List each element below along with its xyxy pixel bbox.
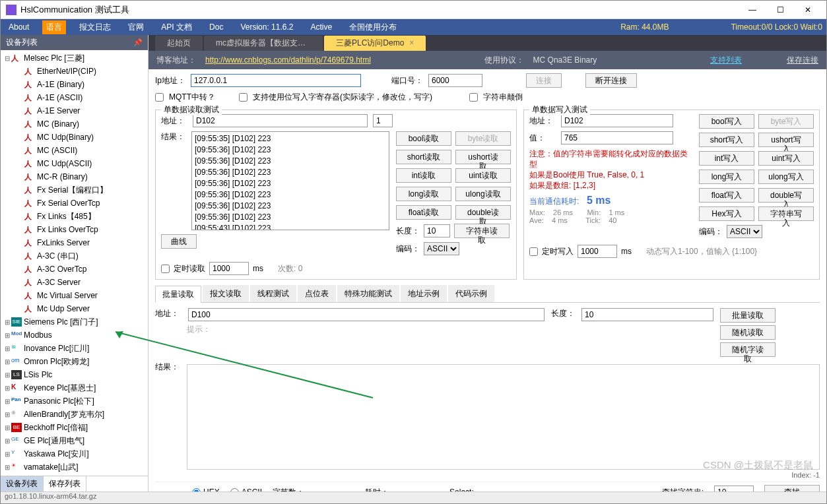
writebtn-7[interactable]: ulong写入 [758,170,814,184]
tree-child[interactable]: 人A-3C (串口) [1,249,148,263]
write-encoding-select[interactable]: ASCII [727,225,762,238]
tree-vendor[interactable]: ⊞LSLSis Plc [1,368,148,381]
tree-vendor[interactable]: ⊞KKeyence Plc[基恩士] [1,381,148,394]
readbtn-6[interactable]: long读取 [396,187,451,201]
strread-button[interactable]: 字符串读取 [454,224,510,238]
tab-mitsubishi[interactable]: 三菱PLC访问Demo× [324,36,426,51]
tree-child[interactable]: 人MC (Binary) [1,117,148,131]
tree-vendor[interactable]: ⊞SIESiemens Plc [西门子] [1,315,148,329]
support-link[interactable]: 支持列表 [710,55,742,66]
menu-doc[interactable]: Doc [205,21,227,33]
device-tree[interactable]: ⊟人Melsec Plc [三菱]人EtherNet/IP(CIP)人A-1E … [1,50,148,476]
tree-child[interactable]: 人MC-R (Binary) [1,170,148,183]
read-result-log[interactable]: [09:55:35] [D102] 223[09:55:36] [D102] 2… [191,131,389,230]
readbtn-3[interactable]: ushort读取 [455,150,511,164]
tree-child[interactable]: 人Fx Serial OverTcp [1,197,148,210]
tree-child[interactable]: 人FxLinks Server [1,236,148,249]
mqtt-checkbox[interactable] [155,93,164,102]
batch-len-input[interactable] [581,308,713,321]
tree-child[interactable]: 人Fx Links OverTcp [1,223,148,236]
tree-child[interactable]: 人A-3C Server [1,276,148,289]
menu-distribution[interactable]: 全国使用分布 [345,20,401,34]
batch-result-area[interactable] [187,364,820,470]
subtab-1[interactable]: 报文读取 [203,285,249,302]
tree-root[interactable]: ⊟人Melsec Plc [三菱] [1,51,148,65]
tree-vendor[interactable]: ⊞omOmron Plc[欧姆龙] [1,355,148,368]
maximize-button[interactable]: ☐ [767,2,793,18]
menu-language[interactable]: 语言 [42,20,66,34]
readbtn-0[interactable]: bool读取 [396,131,451,146]
menu-site[interactable]: 官网 [124,20,148,34]
menu-about[interactable]: About [5,21,33,33]
tab-mcvirtual[interactable]: mc虚拟服务器【数据支持, ...× [204,36,323,51]
menu-version[interactable]: Version: 11.6.2 [236,21,297,33]
writebtn-9[interactable]: double写入 [758,188,814,203]
write-val-input[interactable] [561,131,673,144]
readbtn-8[interactable]: float读取 [396,205,451,220]
tree-vendor[interactable]: ⊞☀vamatake[山武] [1,460,148,474]
read-encoding-select[interactable]: ASCII [424,242,459,255]
menu-active[interactable]: Active [306,21,336,33]
writebtn-8[interactable]: float写入 [699,188,754,203]
curve-button[interactable]: 曲线 [161,234,197,249]
subtab-6[interactable]: 代码示例 [448,285,494,302]
tree-vendor[interactable]: ⊞BEBeckhoff Plc[倍福] [1,421,148,434]
writebtn-6[interactable]: long写入 [699,170,754,184]
writebtn-4[interactable]: int写入 [699,151,754,166]
tree-child[interactable]: 人MC Udp(Binary) [1,131,148,144]
batch-read-button[interactable]: 批量读取 [720,308,776,323]
ip-input[interactable] [191,74,361,87]
subtab-5[interactable]: 地址示例 [401,285,447,302]
read-interval-input[interactable] [209,262,249,275]
save-conn-link[interactable]: 保存连接 [787,55,818,66]
tree-vendor[interactable]: ⊞GEGE Plc[通用电气] [1,434,148,447]
readbtn-2[interactable]: short读取 [396,150,451,164]
tree-child[interactable]: 人A-3C OverTcp [1,263,148,276]
write-interval-input[interactable] [578,245,617,258]
writebtn-2[interactable]: short写入 [699,133,754,147]
pin-icon[interactable]: 📌 [133,38,143,47]
writebtn-11[interactable]: 字符串写入 [758,206,814,221]
bitwrite-checkbox[interactable] [239,93,248,102]
writebtn-5[interactable]: uint写入 [758,151,814,166]
blog-link[interactable]: http://www.cnblogs.com/dathlin/p/7469679… [205,55,371,65]
writebtn-1[interactable]: byte写入 [758,114,814,129]
tree-child[interactable]: 人MC (ASCII) [1,144,148,157]
tree-child[interactable]: 人EtherNet/IP(CIP) [1,65,148,78]
rand-read-button[interactable]: 随机读取 [720,325,776,340]
ascii-radio[interactable] [230,488,239,492]
readbtn-7[interactable]: ulong读取 [455,187,511,201]
subtab-2[interactable]: 线程测试 [250,285,296,302]
readbtn-4[interactable]: int读取 [396,168,451,183]
tree-child[interactable]: 人A-1E (Binary) [1,78,148,91]
read-len-input[interactable] [424,224,450,237]
menu-log[interactable]: 报文日志 [75,20,115,34]
menu-api[interactable]: API 文档 [157,20,196,34]
close-button[interactable]: ✕ [795,2,821,18]
tree-child[interactable]: 人Fx Serial【编程口】 [1,183,148,197]
randw-read-button[interactable]: 随机字读取 [720,342,776,357]
disconnect-button[interactable]: 断开连接 [585,73,637,88]
readbtn-1[interactable]: byte读取 [455,131,511,146]
tab-start[interactable]: 起始页 [155,36,203,51]
batch-addr-input[interactable] [188,308,545,321]
tree-vendor[interactable]: ⊞ModModbus [1,329,148,342]
minimize-button[interactable]: — [739,2,766,18]
tree-vendor[interactable]: ⊞⊕AllenBrandly[罗克韦尔] [1,408,148,421]
tree-child[interactable]: 人Fx Links【485】 [1,210,148,223]
connect-button[interactable]: 连接 [526,73,562,88]
writebtn-0[interactable]: bool写入 [699,114,754,129]
tree-child[interactable]: 人Mc Udp Server [1,302,148,315]
tree-vendor[interactable]: ⊞≋Inovance Plc[汇川] [1,342,148,355]
port-input[interactable] [428,74,482,87]
write-addr-input[interactable] [561,114,673,127]
tree-child[interactable]: 人MC Udp(ASCII) [1,157,148,170]
tree-child[interactable]: 人Mc Virtual Server [1,289,148,302]
tree-vendor[interactable]: ⊞PanPanasonic Plc[松下] [1,394,148,408]
tree-vendor[interactable]: ⊞YYaskawa Plc[安川] [1,447,148,460]
hex-radio[interactable] [192,488,201,492]
subtab-3[interactable]: 点位表 [298,285,336,302]
subtab-0[interactable]: 批量读取 [155,286,201,303]
strrev-checkbox[interactable] [469,93,478,102]
sidetab-devices[interactable]: 设备列表 [1,476,44,491]
